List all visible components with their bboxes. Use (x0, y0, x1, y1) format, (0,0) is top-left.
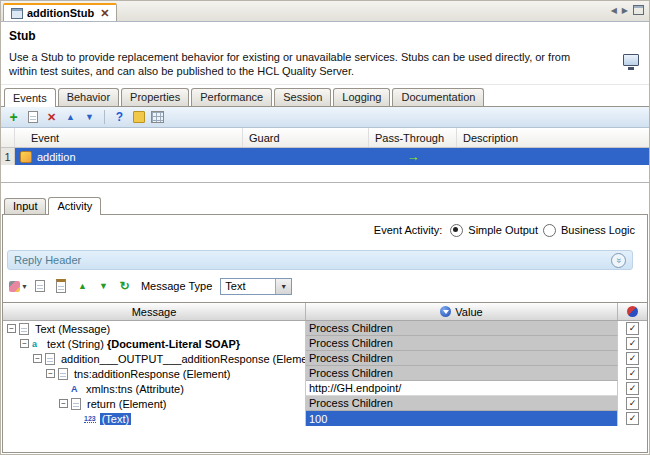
tree-row-xmlns-tns[interactable]: xmlns:tns (Attribute) http://GH.endpoint… (3, 381, 647, 396)
tree-expander[interactable] (20, 339, 29, 348)
row-number: 1 (1, 148, 15, 165)
stub-description: Use a Stub to provide replacement behavi… (9, 50, 595, 78)
delete-event-button[interactable]: ✕ (43, 109, 60, 125)
tab-logging[interactable]: Logging (333, 88, 390, 106)
event-activity-label: Event Activity: (374, 224, 442, 236)
message-type-label: Message Type (141, 280, 212, 292)
event-activity-row: Event Activity: Simple Output Business L… (3, 215, 647, 238)
tab-behavior[interactable]: Behavior (58, 88, 119, 106)
toolbar-separator (104, 110, 105, 124)
include-checkbox[interactable] (626, 337, 639, 350)
element-node-icon (45, 353, 55, 365)
event-icon (20, 151, 32, 163)
tree-expander[interactable] (33, 354, 42, 363)
help-button[interactable]: ? (111, 109, 128, 125)
close-tab-icon[interactable]: ✕ (100, 8, 109, 19)
tab-activity[interactable]: Activity (48, 197, 101, 215)
event-column-header[interactable]: Event (15, 128, 243, 147)
restore-window-icon[interactable] (633, 5, 644, 15)
node-label[interactable]: Text (Message) (33, 323, 112, 335)
collapse-chevron-icon[interactable]: » (611, 253, 626, 268)
guard-column-header[interactable]: Guard (243, 128, 369, 147)
tab-events[interactable]: Events (4, 88, 56, 107)
move-field-up-button[interactable]: ▲ (74, 278, 91, 294)
add-event-button[interactable]: + (5, 109, 22, 125)
value-cell[interactable]: Process Children (306, 396, 618, 411)
move-event-up-button[interactable]: ▲ (62, 109, 79, 125)
move-event-down-button[interactable]: ▼ (81, 109, 98, 125)
node-label[interactable]: (Text) (100, 413, 132, 425)
copy-event-button[interactable] (24, 109, 41, 125)
value-column-header[interactable]: Value (306, 303, 618, 320)
reply-header-title: Reply Header (14, 254, 81, 266)
value-cell[interactable]: http://GH.endpoint/ (306, 381, 618, 396)
node-label[interactable]: return (Element) (85, 398, 168, 410)
guard-cell[interactable] (243, 148, 369, 165)
refresh-button[interactable]: ↻ (116, 278, 133, 294)
combo-arrow-icon: ▼ (275, 279, 291, 294)
tab-session[interactable]: Session (274, 88, 331, 106)
node-label[interactable]: text (String) {Document-Literal SOAP} (45, 338, 242, 350)
value-cell[interactable]: Process Children (306, 336, 618, 351)
tree-row-tns-additionresponse[interactable]: tns:additionResponse (Element) Process C… (3, 366, 647, 381)
value-cell[interactable]: Process Children (306, 351, 618, 366)
include-column-icon (627, 306, 638, 317)
node-label[interactable]: addition___OUTPUT___additionResponse (El… (59, 353, 306, 365)
tree-expander[interactable] (46, 369, 55, 378)
document-tab-additionstub[interactable]: additionStub ✕ (3, 3, 117, 21)
tree-row-text-message[interactable]: Text (Message) Process Children (3, 321, 647, 336)
dropdown-caret-icon: ▼ (21, 283, 28, 290)
bookmark-button[interactable] (130, 109, 147, 125)
event-cell[interactable]: addition (15, 148, 243, 165)
radio-business-logic[interactable] (543, 224, 556, 237)
tree-row-return[interactable]: return (Element) Process Children (3, 396, 647, 411)
tab-properties[interactable]: Properties (121, 88, 189, 106)
grid-view-button[interactable] (149, 109, 166, 125)
description-column-header[interactable]: Description (457, 128, 649, 147)
pass-through-column-header[interactable]: Pass-Through (369, 128, 457, 147)
include-checkbox[interactable] (626, 352, 639, 365)
nav-forward-icon[interactable]: ▶ (622, 6, 628, 15)
move-field-down-button[interactable]: ▼ (95, 278, 112, 294)
value-cell[interactable]: 100 (306, 411, 618, 426)
include-checkbox[interactable] (626, 412, 639, 425)
paste-field-button[interactable] (53, 278, 70, 294)
tree-expander[interactable] (59, 399, 68, 408)
event-row-addition[interactable]: 1 addition → (1, 148, 649, 165)
include-checkbox[interactable] (626, 367, 639, 380)
message-type-select[interactable]: Text ▼ (220, 278, 292, 295)
node-label[interactable]: tns:additionResponse (Element) (72, 368, 233, 380)
message-column-header[interactable]: Message (3, 303, 306, 320)
reply-header-section[interactable]: Reply Header » (7, 250, 633, 270)
soap-format-label: {Document-Literal SOAP} (107, 338, 240, 350)
radio-simple-output-label[interactable]: Simple Output (468, 224, 538, 236)
radio-simple-output[interactable] (450, 224, 463, 237)
tree-row-addition-output[interactable]: addition___OUTPUT___additionResponse (El… (3, 351, 647, 366)
activity-panel: Event Activity: Simple Output Business L… (2, 214, 648, 453)
value-cell[interactable]: Process Children (306, 366, 618, 381)
stub-editor-window: additionStub ✕ ◀ ▶ Stub Use a Stub to pr… (0, 0, 650, 455)
tree-expander[interactable] (7, 324, 16, 333)
element-node-icon (71, 398, 81, 410)
value-cell[interactable]: Process Children (306, 321, 618, 336)
description-cell[interactable] (457, 148, 649, 165)
element-node-icon (58, 368, 68, 380)
document-tab-title: additionStub (27, 7, 94, 19)
string-node-icon (32, 339, 41, 349)
tree-row-text-string[interactable]: text (String) {Document-Literal SOAP} Pr… (3, 336, 647, 351)
radio-business-logic-label[interactable]: Business Logic (561, 224, 635, 236)
tab-documentation[interactable]: Documentation (392, 88, 484, 106)
tab-performance[interactable]: Performance (191, 88, 272, 106)
include-checkbox[interactable] (626, 322, 639, 335)
copy-field-button[interactable] (32, 278, 49, 294)
include-checkbox[interactable] (626, 382, 639, 395)
tab-navigation: ◀ ▶ (611, 5, 644, 15)
include-column-header[interactable] (618, 303, 647, 320)
node-label[interactable]: xmlns:tns (Attribute) (84, 383, 186, 395)
nav-back-icon[interactable]: ◀ (611, 6, 617, 15)
include-checkbox[interactable] (626, 397, 639, 410)
tab-input[interactable]: Input (4, 198, 46, 214)
tree-row-text-value[interactable]: (Text) 100 (3, 411, 647, 426)
pass-through-cell[interactable]: → (369, 148, 457, 165)
format-brush-button[interactable]: ▼ (9, 278, 28, 294)
